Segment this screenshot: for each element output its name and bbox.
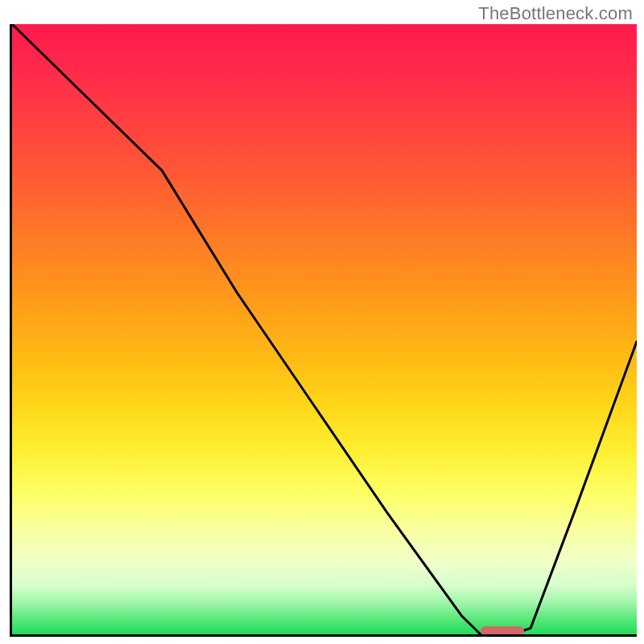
watermark-text: TheBottleneck.com [478, 3, 633, 24]
curve-svg [12, 24, 637, 634]
plot-area [10, 24, 637, 637]
optimal-range-marker [481, 626, 524, 636]
bottleneck-chart: TheBottleneck.com [0, 0, 644, 644]
bottleneck-curve-path [12, 24, 637, 634]
